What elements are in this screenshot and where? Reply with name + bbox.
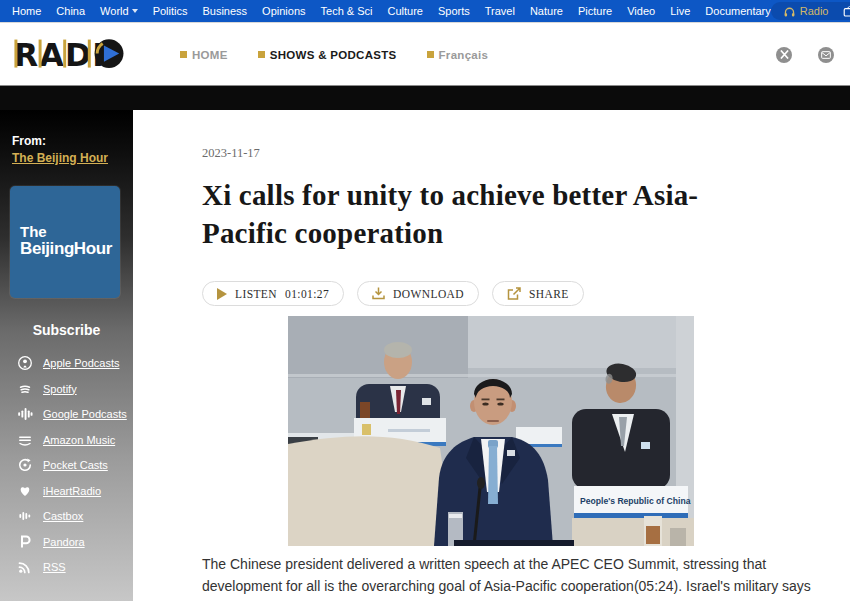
nav-shows-podcasts[interactable]: SHOWS & PODCASTS — [258, 49, 397, 61]
google-podcasts-icon — [17, 406, 33, 422]
podcast-sidebar: From: The Beijing Hour The BeijingHour S… — [0, 110, 133, 601]
article-main: 2023-11-17 Xi calls for unity to achieve… — [133, 110, 850, 601]
gold-square-icon — [427, 51, 434, 58]
subscribe-pandora[interactable]: Pandora — [0, 534, 133, 550]
topbar-item-travel[interactable]: Travel — [485, 5, 515, 17]
article-body: The Chinese president delivered a writte… — [202, 554, 814, 601]
show-link-beijing-hour[interactable]: The Beijing Hour — [12, 151, 108, 165]
gold-square-icon — [258, 51, 265, 58]
spotify-icon — [17, 381, 33, 397]
share-label: SHARE — [529, 288, 569, 300]
top-nav-items: Home China World Politics Business Opini… — [0, 5, 771, 17]
subscribe-spotify[interactable]: Spotify — [0, 381, 133, 397]
header-divider-band — [0, 85, 850, 110]
page: Home China World Politics Business Opini… — [0, 0, 850, 601]
subscribe-list: Apple Podcasts Spotify Google Podcasts A… — [0, 355, 133, 575]
topbar-item-politics[interactable]: Politics — [153, 5, 188, 17]
subscribe-label: Spotify — [43, 383, 77, 395]
beijing-hour-cover[interactable]: The BeijingHour — [10, 186, 120, 298]
header-nav: HOME SHOWS & PODCASTS Français — [180, 23, 488, 86]
subscribe-label: Pandora — [43, 536, 85, 548]
topbar-item-nature[interactable]: Nature — [530, 5, 563, 17]
subscribe-rss[interactable]: RSS — [0, 559, 133, 575]
iheartradio-icon — [17, 483, 33, 499]
logo-gold-bar — [39, 40, 42, 68]
nav-home-label: HOME — [192, 49, 228, 61]
header-social-icons — [776, 23, 834, 86]
download-button[interactable]: DOWNLOAD — [357, 281, 479, 306]
from-label: From: — [12, 134, 46, 148]
radio-label: Radio — [800, 5, 829, 17]
download-label: DOWNLOAD — [393, 288, 464, 300]
topbar-item-live[interactable]: Live — [670, 5, 690, 17]
article-actions: LISTEN 01:01:27 DOWNLOAD SHARE — [202, 281, 584, 306]
subscribe-apple-podcasts[interactable]: Apple Podcasts — [0, 355, 133, 371]
radio-tv-switch: Radio TV — [771, 2, 850, 20]
topbar-item-sports[interactable]: Sports — [438, 5, 470, 17]
nav-shows-label: SHOWS & PODCASTS — [270, 49, 397, 61]
subscribe-label: RSS — [43, 561, 66, 573]
photo-nameplate-text: People's Republic of China — [580, 496, 691, 506]
subscribe-label: Pocket Casts — [43, 459, 108, 471]
nav-francais[interactable]: Français — [427, 49, 489, 61]
subscribe-label: Castbox — [43, 510, 83, 522]
radio-logo[interactable]: RADI — [14, 33, 126, 79]
chevron-down-icon — [132, 9, 138, 13]
subscribe-label: Google Podcasts — [43, 408, 127, 420]
tv-icon — [843, 5, 850, 18]
topbar-item-video[interactable]: Video — [627, 5, 655, 17]
topbar-item-china[interactable]: China — [56, 5, 85, 17]
site-header: RADI HOME SHOWS & PODCASTS Français — [0, 22, 850, 85]
topbar-item-picture[interactable]: Picture — [578, 5, 612, 17]
x-social-icon[interactable] — [776, 47, 792, 63]
article-date: 2023-11-17 — [202, 146, 260, 161]
headphones-icon — [783, 5, 796, 18]
tv-link[interactable]: TV — [843, 5, 850, 18]
topbar-item-business[interactable]: Business — [202, 5, 247, 17]
subscribe-google-podcasts[interactable]: Google Podcasts — [0, 406, 133, 422]
share-button[interactable]: SHARE — [492, 281, 584, 306]
topbar-right-controls: Radio TV — [771, 0, 850, 22]
article-title: Xi calls for unity to achieve better Asi… — [202, 176, 774, 252]
subscribe-iheartradio[interactable]: iHeartRadio — [0, 483, 133, 499]
topbar-item-culture[interactable]: Culture — [388, 5, 423, 17]
logo-gold-bar — [88, 40, 91, 68]
topbar-item-home[interactable]: Home — [12, 5, 41, 17]
topbar-item-tech-sci[interactable]: Tech & Sci — [321, 5, 373, 17]
listen-button[interactable]: LISTEN 01:01:27 — [202, 281, 344, 306]
cover-line1: The — [20, 224, 120, 239]
listen-duration: 01:01:27 — [285, 288, 329, 300]
top-nav-bar: Home China World Politics Business Opini… — [0, 0, 850, 22]
subscribe-label: iHeartRadio — [43, 485, 101, 497]
article-photo: People's Republic of China — [288, 316, 694, 546]
play-icon — [217, 288, 227, 300]
download-icon — [372, 287, 385, 300]
pocket-casts-icon — [17, 457, 33, 473]
subscribe-label: Apple Podcasts — [43, 357, 119, 369]
radio-link[interactable]: Radio — [783, 5, 829, 18]
topbar-item-documentary[interactable]: Documentary — [705, 5, 770, 17]
logo-gold-bar — [63, 40, 66, 68]
amazon-music-icon — [17, 432, 33, 448]
cover-line2: BeijingHour — [20, 239, 120, 258]
apple-podcasts-icon — [17, 355, 33, 371]
subscribe-amazon-music[interactable]: Amazon Music — [0, 432, 133, 448]
castbox-icon — [17, 508, 33, 524]
share-icon — [507, 287, 521, 301]
rss-icon — [17, 559, 33, 575]
mail-icon[interactable] — [818, 47, 834, 63]
subscribe-castbox[interactable]: Castbox — [0, 508, 133, 524]
nav-francais-label: Français — [439, 49, 489, 61]
gold-square-icon — [180, 51, 187, 58]
subscribe-label: Amazon Music — [43, 434, 115, 446]
subscribe-heading: Subscribe — [0, 322, 133, 338]
logo-word: RADI — [14, 37, 105, 73]
pandora-icon — [17, 534, 33, 550]
listen-label: LISTEN — [235, 288, 277, 300]
subscribe-pocket-casts[interactable]: Pocket Casts — [0, 457, 133, 473]
logo-gold-bar — [14, 40, 17, 68]
topbar-item-world[interactable]: World — [100, 5, 138, 17]
topbar-item-world-label: World — [100, 5, 129, 17]
nav-home[interactable]: HOME — [180, 49, 228, 61]
topbar-item-opinions[interactable]: Opinions — [262, 5, 305, 17]
